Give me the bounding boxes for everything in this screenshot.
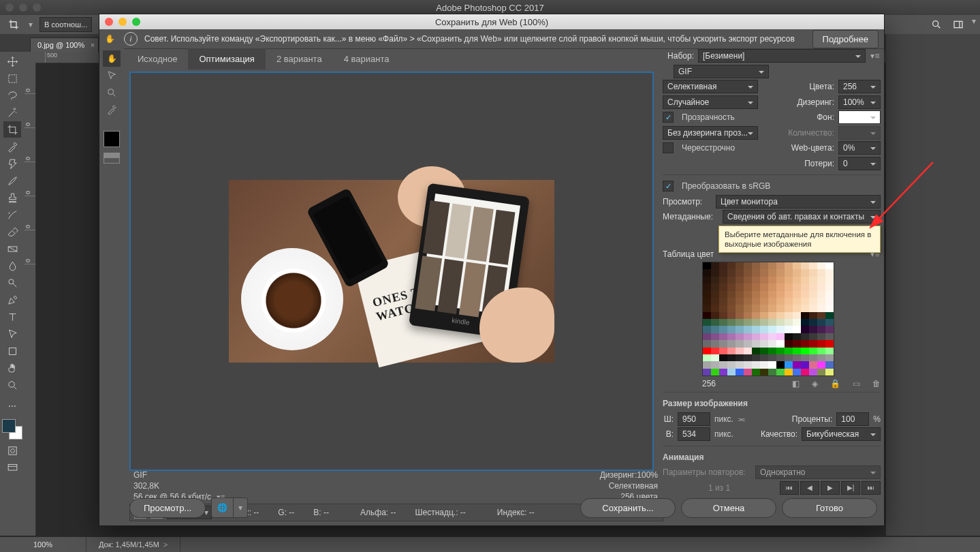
color-swatches[interactable] <box>2 419 22 440</box>
preview-browser-button[interactable]: Просмотр... <box>129 498 206 518</box>
chevron-down-icon[interactable]: ▾ <box>972 16 976 33</box>
crop-preset-field[interactable]: В соотнош... <box>39 17 92 32</box>
dither-type-select[interactable]: Случайное <box>663 95 758 109</box>
eyedropper-tool-icon[interactable] <box>103 102 121 118</box>
path-select-icon[interactable] <box>3 326 21 342</box>
wand-tool-icon[interactable] <box>3 104 21 121</box>
done-button[interactable]: Готово <box>782 498 877 518</box>
close-icon[interactable] <box>5 3 14 12</box>
dither-amount-select[interactable]: 100% <box>838 95 881 109</box>
metadata-label: Метаданные: <box>663 212 718 221</box>
ct-new-icon[interactable]: ▭ <box>853 379 860 388</box>
ct-shift-icon[interactable]: ◈ <box>812 379 818 388</box>
close-icon[interactable] <box>105 18 113 26</box>
zoom-tool-icon[interactable] <box>3 377 21 393</box>
hand-tool-icon[interactable]: ✋ <box>103 50 121 67</box>
lossy-select[interactable]: 0 <box>838 157 881 170</box>
metadata-select[interactable]: Сведения об авт. правах и контакты <box>723 210 881 224</box>
tab-original[interactable]: Исходное <box>127 48 188 70</box>
palette-select[interactable]: Селективная <box>663 80 758 93</box>
crop-tool-icon[interactable] <box>5 16 22 33</box>
interlaced-checkbox[interactable] <box>663 142 674 153</box>
status-docsize[interactable]: Док: 1,45M/1,45M> <box>86 537 180 552</box>
prev-frame-icon[interactable]: ◀ <box>800 481 819 495</box>
percent-input[interactable]: 100 <box>836 412 869 426</box>
dialog-traffic-lights[interactable] <box>105 18 140 26</box>
websnap-select[interactable]: 0% <box>838 141 881 155</box>
history-brush-icon[interactable] <box>3 206 21 223</box>
chevron-down-icon[interactable]: ▾ <box>233 498 247 517</box>
next-frame-icon[interactable]: ▶| <box>841 481 860 495</box>
srgb-label: Преобразовать в sRGB <box>682 181 770 191</box>
chevron-down-icon[interactable]: ▾ <box>29 20 33 29</box>
height-input[interactable]: 534 <box>678 427 710 441</box>
link-icon[interactable]: ⫘ <box>738 414 746 424</box>
slice-select-icon[interactable] <box>103 67 121 84</box>
tab-optimized[interactable]: Оптимизация <box>188 48 266 70</box>
dodge-tool-icon[interactable] <box>3 275 21 291</box>
save-button[interactable]: Сохранить... <box>580 498 676 518</box>
tab-2up[interactable]: 2 варианта <box>266 48 333 70</box>
lasso-tool-icon[interactable] <box>3 87 21 104</box>
maximize-icon[interactable] <box>132 18 140 26</box>
maximize-icon[interactable] <box>33 3 41 12</box>
first-frame-icon[interactable]: ⏮ <box>780 481 799 495</box>
preview-select[interactable]: Цвет монитора <box>716 195 881 209</box>
pen-tool-icon[interactable] <box>3 292 21 308</box>
more-info-button[interactable]: Подробнее <box>812 30 879 48</box>
preview-pane[interactable] <box>129 72 654 471</box>
type-tool-icon[interactable] <box>3 309 21 325</box>
gradient-tool-icon[interactable] <box>3 241 21 257</box>
document-tab[interactable]: 0.jpg @ 100% × <box>30 37 99 52</box>
preset-select[interactable]: [Безимени] <box>698 49 866 63</box>
ct-trash-icon[interactable]: 🗑 <box>872 379 881 388</box>
status-zoom[interactable]: 100% <box>0 537 86 552</box>
slice-visibility-icon[interactable] <box>104 153 120 164</box>
heal-tool-icon[interactable] <box>3 155 21 172</box>
zoom-tool-icon[interactable] <box>103 85 121 101</box>
stamp-tool-icon[interactable] <box>3 189 21 206</box>
transparency-checkbox[interactable] <box>663 112 674 123</box>
last-frame-icon[interactable]: ⏭ <box>862 481 881 495</box>
search-icon[interactable] <box>928 16 945 33</box>
width-input[interactable]: 950 <box>678 412 710 426</box>
crop-tool-icon[interactable] <box>3 121 21 138</box>
eraser-tool-icon[interactable] <box>3 224 21 240</box>
app-title: Adobe Photoshop CC 2017 <box>436 3 543 13</box>
quickmask-icon[interactable] <box>3 442 21 459</box>
loop-select: Однократно <box>755 465 881 479</box>
brush-tool-icon[interactable] <box>3 172 21 189</box>
settings-panel: Набор: [Безимени] ▾≡ GIF Селективная Цве… <box>663 48 881 495</box>
cancel-button[interactable]: Отмена <box>681 498 776 518</box>
settings-menu-icon[interactable]: ▾≡ <box>870 51 881 61</box>
eyedropper-color-swatch[interactable] <box>104 131 120 147</box>
workspace-icon[interactable] <box>950 16 966 33</box>
marquee-tool-icon[interactable] <box>3 70 21 87</box>
screenmode-icon[interactable] <box>3 459 21 476</box>
hand-tool-small-icon[interactable]: ✋ <box>105 34 117 44</box>
color-table[interactable] <box>702 262 834 376</box>
traffic-lights[interactable] <box>5 3 41 12</box>
minimize-icon[interactable] <box>19 3 27 12</box>
hand-tool-icon[interactable] <box>3 360 21 376</box>
play-icon[interactable]: ▶ <box>821 481 840 495</box>
close-tab-icon[interactable]: × <box>91 41 95 49</box>
matte-select[interactable] <box>838 110 881 124</box>
ct-sort-icon[interactable]: ◧ <box>792 379 800 388</box>
edit-toolbar-icon[interactable]: ⋯ <box>3 398 21 414</box>
srgb-checkbox[interactable] <box>663 181 674 191</box>
move-tool-icon[interactable] <box>3 53 21 70</box>
blur-tool-icon[interactable] <box>3 258 21 274</box>
trans-dither-select[interactable]: Без дизеринга проз... <box>663 126 758 140</box>
browser-select[interactable]: 🌐 ▾ <box>211 497 248 518</box>
shape-tool-icon[interactable] <box>3 343 21 359</box>
minimize-icon[interactable] <box>118 18 127 26</box>
colors-select[interactable]: 256 <box>838 80 881 93</box>
quality-select[interactable]: Бикубическая <box>802 427 881 441</box>
fg-swatch[interactable] <box>2 419 16 433</box>
amount-label: Количество: <box>762 128 834 138</box>
format-select[interactable]: GIF <box>674 65 769 78</box>
tab-4up[interactable]: 4 варианта <box>333 48 400 70</box>
eyedropper-tool-icon[interactable] <box>3 138 21 155</box>
ct-lock-icon[interactable]: 🔒 <box>830 379 840 388</box>
